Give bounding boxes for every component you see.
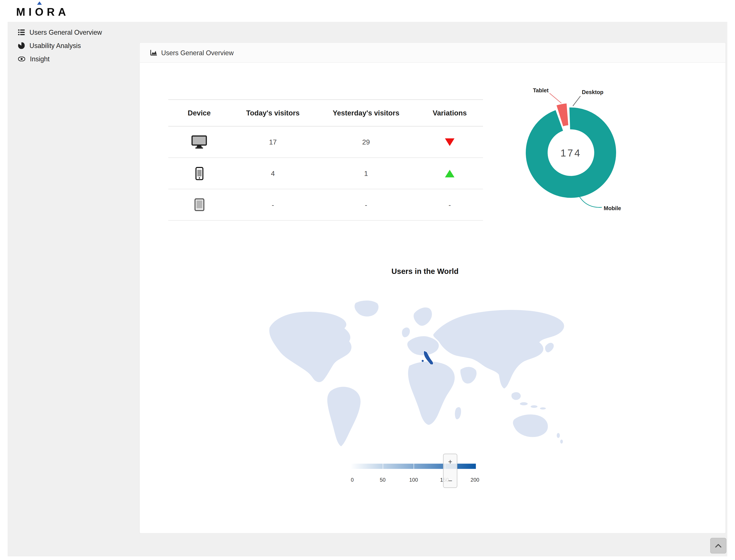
- sidebar-item-usability-analysis[interactable]: Usability Analysis: [8, 39, 136, 52]
- logo-text: MI: [16, 6, 35, 19]
- legend-separator: [413, 463, 414, 470]
- sidebar-item-label: Insight: [30, 55, 50, 63]
- donut-label-mobile: Mobile: [604, 205, 621, 211]
- chevron-up-icon: [715, 544, 722, 548]
- logo-text: O: [35, 6, 47, 18]
- zoom-out-button[interactable]: −: [445, 475, 455, 486]
- tablet-variation-value: -: [416, 189, 483, 221]
- map-zoom-control: + −: [443, 454, 457, 488]
- app-logo: MIORA: [16, 6, 69, 19]
- mobile-variation-cell: [416, 158, 483, 189]
- table-row-tablet-device: [168, 189, 230, 221]
- tablet-icon: [194, 198, 204, 211]
- sidebar-item-label: Usability Analysis: [29, 42, 81, 50]
- area-chart-icon: [150, 50, 158, 56]
- sidebar-item-label: Users General Overview: [29, 29, 102, 36]
- down-arrow-icon: [445, 138, 455, 146]
- legend-tick-100: 100: [409, 477, 418, 483]
- donut-label-tablet: Tablet: [533, 87, 549, 93]
- mobile-icon: [195, 167, 203, 180]
- world-map[interactable]: [260, 288, 568, 452]
- sidebar-item-insight[interactable]: Insight: [8, 52, 136, 66]
- table-header-today: Today's visitors: [230, 99, 316, 126]
- zoom-in-button[interactable]: +: [445, 456, 455, 467]
- desktop-leader-line: [573, 96, 580, 106]
- map-sardinia: [422, 360, 424, 362]
- legend-tick-0: 0: [351, 477, 354, 483]
- desktop-yesterday-value: 29: [316, 127, 416, 158]
- logo-text: RA: [47, 6, 69, 19]
- sidebar-item-users-general-overview[interactable]: Users General Overview: [8, 26, 136, 39]
- donut-svg: Tablet Desktop Mobile 174: [478, 69, 668, 222]
- device-table: Device Today's visitors Yesterday's visi…: [168, 99, 483, 221]
- legend-tick-200: 200: [470, 477, 479, 483]
- table-row-mobile-device: [168, 158, 230, 189]
- card-body: Device Today's visitors Yesterday's visi…: [140, 63, 726, 533]
- up-arrow-icon: [445, 170, 455, 177]
- app-header: MIORA: [0, 0, 735, 22]
- eye-icon: [18, 57, 25, 61]
- desktop-icon: [191, 135, 207, 149]
- card-header: Users General Overview: [140, 43, 726, 63]
- pie-icon: [18, 42, 25, 49]
- content-area: Users General Overview Usability Analysi…: [8, 22, 727, 556]
- users-overview-card: Users General Overview Device Today's vi…: [139, 42, 726, 534]
- device-donut-chart: Tablet Desktop Mobile 174: [478, 69, 668, 222]
- table-header-yesterday: Yesterday's visitors: [316, 99, 416, 126]
- donut-total-value: 174: [560, 148, 581, 159]
- tablet-yesterday-value: -: [316, 189, 416, 221]
- mobile-leader-line: [579, 196, 602, 208]
- tablet-today-value: -: [230, 189, 316, 221]
- mobile-today-value: 4: [230, 158, 316, 189]
- world-map-svg: [260, 288, 568, 452]
- donut-label-desktop: Desktop: [582, 89, 603, 95]
- scroll-to-top-button[interactable]: [710, 538, 726, 553]
- logo-triangle-icon: [37, 2, 42, 5]
- sidebar: Users General Overview Usability Analysi…: [8, 22, 136, 556]
- card-title: Users General Overview: [161, 49, 234, 56]
- page: MIORA Users General Overview Usability A…: [0, 0, 735, 560]
- tablet-leader-line: [549, 93, 561, 103]
- table-header-variations: Variations: [416, 99, 483, 126]
- list-icon: [18, 29, 25, 35]
- map-title: Users in the World: [140, 267, 710, 276]
- desktop-variation-cell: [416, 127, 483, 158]
- desktop-today-value: 17: [230, 127, 316, 158]
- legend-separator: [382, 463, 383, 470]
- table-header-device: Device: [168, 99, 230, 126]
- mobile-yesterday-value: 1: [316, 158, 416, 189]
- legend-tick-50: 50: [380, 477, 386, 483]
- table-row-desktop-device: [168, 127, 230, 158]
